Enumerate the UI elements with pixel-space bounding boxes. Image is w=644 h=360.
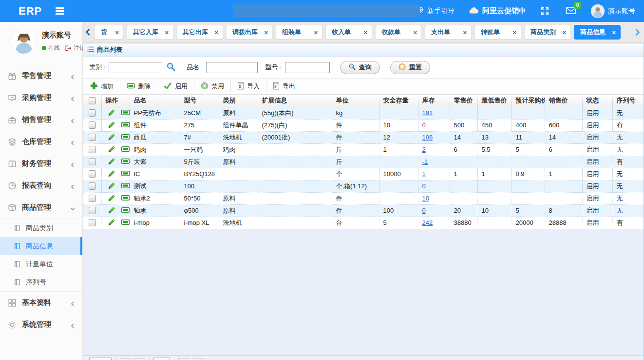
edit-icon[interactable] (108, 206, 116, 216)
stock-link[interactable]: 1 (422, 170, 426, 178)
category-input[interactable] (109, 62, 162, 73)
row-checkbox[interactable] (89, 170, 96, 178)
sidebar-item-4[interactable]: 财务管理 (0, 153, 82, 175)
row-checkbox[interactable] (89, 134, 96, 141)
view-icon[interactable] (121, 145, 130, 154)
view-icon[interactable] (121, 194, 130, 203)
tabs-scroll-left-icon[interactable] (84, 29, 92, 36)
prev-page-button[interactable] (134, 358, 145, 360)
view-icon[interactable] (121, 133, 130, 142)
tab-close-icon[interactable]: × (612, 29, 616, 36)
name-input[interactable] (206, 62, 258, 73)
tab-2[interactable]: 其它出库× (176, 25, 223, 40)
sidebar-item-1[interactable]: 采购管理 (0, 87, 82, 109)
toolbar-enable-button[interactable]: 启用 (159, 80, 192, 93)
mail-button[interactable]: 0 (566, 6, 576, 16)
sidebar-item-7[interactable]: 基本资料 (0, 292, 82, 314)
menu-toggle-icon[interactable] (56, 7, 64, 15)
edit-icon[interactable] (108, 194, 116, 203)
stock-link[interactable]: 10 (422, 195, 429, 202)
select-all-checkbox[interactable] (89, 97, 96, 104)
logout-icon[interactable] (65, 45, 72, 52)
row-checkbox[interactable] (89, 182, 96, 190)
row-checkbox[interactable] (89, 121, 96, 129)
tab-9[interactable]: 商品类别× (524, 25, 571, 40)
view-icon[interactable] (121, 170, 130, 179)
sidebar-item-8[interactable]: 系统管理 (0, 314, 82, 336)
tab-close-icon[interactable]: × (562, 29, 566, 36)
tab-8[interactable]: 转账单× (474, 25, 521, 40)
toolbar-export-button[interactable]: 导出 (268, 80, 300, 93)
stock-link[interactable]: 242 (422, 219, 433, 226)
stock-link[interactable]: 2 (422, 146, 426, 153)
sidebar-subitem-3[interactable]: 序列号 (0, 273, 82, 291)
toolbar-add-button[interactable]: 增加 (85, 80, 118, 93)
tab-close-icon[interactable]: × (512, 29, 516, 36)
row-checkbox[interactable] (89, 146, 96, 153)
row-checkbox[interactable] (89, 109, 96, 117)
page-number-input[interactable] (153, 358, 170, 360)
page-size-select[interactable] (89, 358, 112, 360)
tab-0[interactable]: 货× (95, 25, 124, 40)
row-checkbox[interactable] (89, 219, 96, 226)
query-button[interactable]: 查询 (340, 61, 380, 74)
tab-close-icon[interactable]: × (363, 29, 367, 36)
tab-1[interactable]: 其它入库× (127, 25, 173, 40)
stock-link[interactable]: 0 (422, 121, 426, 129)
stock-link[interactable]: 0 (422, 207, 426, 214)
sidebar-item-3[interactable]: 仓库管理 (0, 131, 82, 153)
stock-link[interactable]: 191 (422, 109, 433, 117)
tab-close-icon[interactable]: × (165, 29, 169, 36)
row-checkbox[interactable] (89, 207, 96, 214)
stock-link[interactable]: 106 (422, 134, 433, 141)
edit-icon[interactable] (108, 157, 116, 167)
tab-close-icon[interactable]: × (264, 29, 268, 36)
tab-close-icon[interactable]: × (214, 29, 218, 36)
tab-close-icon[interactable]: × (413, 29, 417, 36)
sidebar-subitem-2[interactable]: 计量单位 (0, 255, 82, 273)
edit-icon[interactable] (108, 108, 116, 118)
next-page-button[interactable] (178, 358, 189, 360)
stock-link[interactable]: -1 (422, 158, 428, 165)
tab-5[interactable]: 收入单× (325, 25, 372, 40)
tab-close-icon[interactable]: × (314, 29, 318, 36)
global-search-input[interactable] (233, 4, 420, 17)
user-menu[interactable]: 演示账号 (591, 4, 635, 18)
sidebar-item-5[interactable]: 报表查询 (0, 175, 82, 197)
edit-icon[interactable] (108, 218, 116, 228)
view-icon[interactable] (121, 219, 130, 227)
sidebar-subitem-0[interactable]: 商品类别 (0, 219, 82, 237)
tab-7[interactable]: 支出单× (425, 25, 472, 40)
view-icon[interactable] (121, 158, 130, 166)
guide-button[interactable]: 新手引导 (416, 6, 455, 16)
sidebar-item-2[interactable]: 销售管理 (0, 109, 82, 131)
tab-4[interactable]: 组装单× (276, 25, 322, 40)
promo-button[interactable]: 阿里云促销中 (469, 6, 526, 16)
reset-button[interactable]: 重置 (390, 61, 430, 74)
tab-3[interactable]: 调拨出库× (226, 25, 273, 40)
view-icon[interactable] (121, 121, 130, 130)
toolbar-import-button[interactable]: 导入 (232, 80, 265, 93)
row-checkbox[interactable] (89, 158, 96, 165)
tab-6[interactable]: 收款单× (375, 25, 422, 40)
stock-link[interactable]: 0 (422, 182, 426, 190)
view-icon[interactable] (121, 182, 130, 191)
sidebar-item-6[interactable]: 商品管理 (0, 197, 82, 219)
edit-icon[interactable] (108, 145, 116, 155)
view-icon[interactable] (121, 109, 130, 118)
tab-close-icon[interactable]: × (463, 29, 467, 36)
category-lookup-icon[interactable] (166, 62, 176, 73)
last-page-button[interactable] (193, 358, 204, 360)
view-icon[interactable] (121, 206, 130, 215)
toolbar-disable-button[interactable]: 禁用 (196, 80, 229, 93)
toolbar-remove-button[interactable]: 删除 (122, 80, 155, 93)
edit-icon[interactable] (108, 181, 116, 191)
model-input[interactable] (285, 62, 330, 73)
sidebar-subitem-1[interactable]: 商品信息 (0, 237, 82, 255)
first-page-button[interactable] (120, 358, 131, 360)
tabs-scroll-right-icon[interactable] (633, 29, 641, 36)
tab-10[interactable]: 商品信息× (574, 25, 621, 40)
edit-icon[interactable] (108, 133, 116, 142)
fullscreen-icon[interactable] (541, 7, 549, 15)
row-checkbox[interactable] (89, 195, 96, 202)
